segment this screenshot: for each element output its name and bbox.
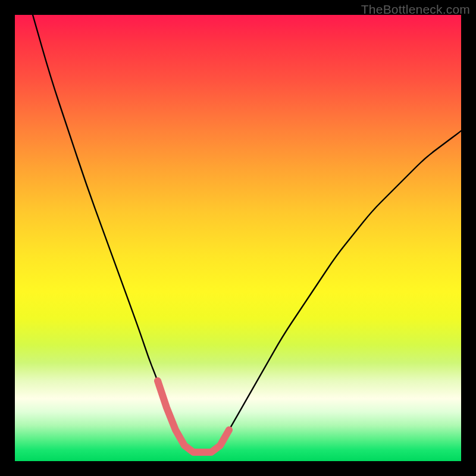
bottleneck-curve	[15, 15, 461, 461]
plot-area	[15, 15, 461, 461]
chart-frame: TheBottleneck.com	[0, 0, 476, 476]
watermark-text: TheBottleneck.com	[361, 2, 470, 17]
